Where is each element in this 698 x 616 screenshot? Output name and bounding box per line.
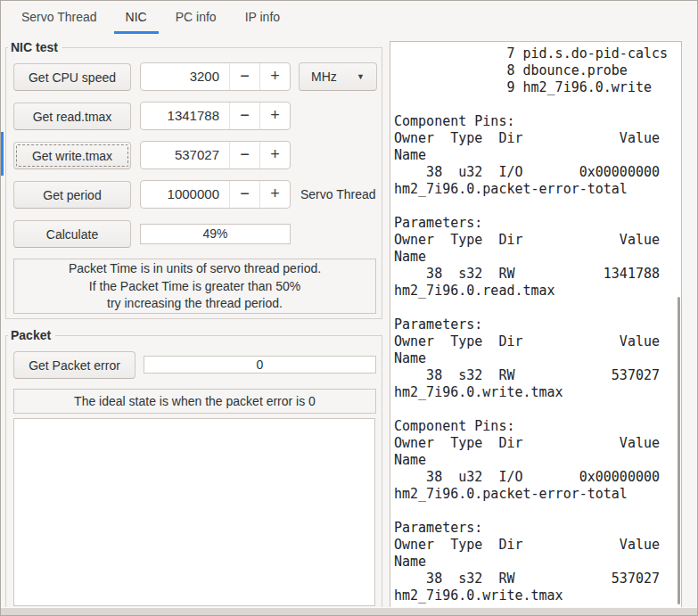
minus-icon[interactable]: − [229, 63, 259, 90]
cpu-speed-value[interactable]: 3200 [141, 63, 229, 90]
get-cpu-speed-button[interactable]: Get CPU speed [13, 63, 131, 91]
read-tmax-value[interactable]: 1341788 [141, 103, 229, 129]
minus-icon[interactable]: − [229, 103, 259, 129]
packet-time-note: Packet Time is in units of servo thread … [13, 259, 376, 314]
note-line: try increasing the thread period. [14, 295, 375, 313]
packet-time-percent-field[interactable]: 49% [140, 224, 291, 244]
hal-output-panel[interactable]: 7 pid.s.do-pid-calcs 8 dbounce.probe 9 h… [390, 41, 682, 612]
read-tmax-spinbox[interactable]: 1341788 − + [140, 102, 291, 130]
note-line: If the Packet Time is greater than 50% [14, 278, 375, 296]
packet-group: Packet Get Packet error 0 The ideal stat… [5, 335, 382, 612]
plus-icon[interactable]: + [259, 103, 290, 129]
packet-error-field[interactable]: 0 [144, 356, 376, 374]
get-period-button[interactable]: Get period [13, 181, 131, 209]
window-bottom-strip [1, 607, 697, 615]
nic-test-group: NIC test Get CPU speed 3200 − + MHz ▼ Ge… [5, 47, 382, 319]
packet-error-note: The ideal state is when the packet error… [13, 389, 376, 414]
write-tmax-value[interactable]: 537027 [141, 142, 229, 168]
write-tmax-spinbox[interactable]: 537027 − + [140, 141, 291, 169]
plus-icon[interactable]: + [259, 142, 290, 168]
note-line: Packet Time is in units of servo thread … [14, 260, 375, 278]
unit-combobox-value: MHz [311, 70, 337, 84]
servo-thread-label: Servo Thread [300, 181, 376, 209]
nic-test-group-title: NIC test [8, 40, 62, 54]
period-spinbox[interactable]: 1000000 − + [140, 180, 291, 209]
cpu-speed-spinbox[interactable]: 3200 − + [140, 62, 291, 91]
calculate-button[interactable]: Calculate [13, 220, 131, 248]
minus-icon[interactable]: − [229, 142, 259, 168]
get-packet-error-button[interactable]: Get Packet error [13, 351, 135, 379]
period-value[interactable]: 1000000 [141, 181, 229, 208]
hal-output-text: 7 pid.s.do-pid-calcs 8 dbounce.probe 9 h… [394, 45, 677, 604]
unit-combobox[interactable]: MHz ▼ [299, 62, 377, 91]
tab-nic[interactable]: NIC [114, 1, 159, 34]
packet-group-title: Packet [8, 328, 55, 342]
scrollbar-thumb[interactable] [677, 297, 680, 604]
tab-servo-thread[interactable]: Servo Thread [10, 1, 109, 34]
minus-icon[interactable]: − [229, 181, 259, 208]
tab-bar: Servo Thread NIC PC info IP info [1, 1, 697, 34]
get-read-tmax-button[interactable]: Get read.tmax [13, 103, 131, 130]
packet-empty-panel [13, 418, 375, 606]
get-write-tmax-button[interactable]: Get write.tmax [13, 142, 131, 169]
plus-icon[interactable]: + [259, 181, 290, 208]
tab-pc-info[interactable]: PC info [164, 1, 228, 34]
chevron-down-icon: ▼ [357, 72, 365, 81]
app-window: Servo Thread NIC PC info IP info NIC tes… [0, 0, 698, 616]
plus-icon[interactable]: + [259, 63, 290, 90]
focus-indicator-strip [1, 132, 4, 176]
tab-ip-info[interactable]: IP info [234, 1, 292, 34]
